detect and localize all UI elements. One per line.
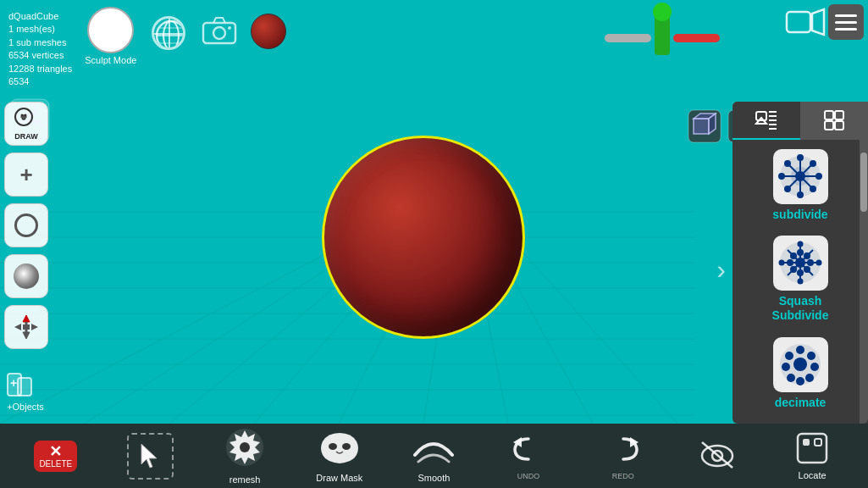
- svg-point-71: [798, 155, 803, 160]
- decimate-tool[interactable]: decimate: [737, 332, 864, 414]
- globe-icon: [152, 16, 185, 50]
- svg-point-88: [798, 270, 803, 275]
- svg-point-93: [804, 253, 810, 258]
- nav-arrow-right[interactable]: ›: [716, 254, 726, 286]
- svg-point-73: [779, 174, 784, 179]
- video-camera-button[interactable]: [785, 7, 826, 41]
- svg-marker-36: [23, 315, 30, 322]
- camera-icon: [202, 14, 237, 51]
- objects-button[interactable]: + +Objects: [4, 368, 47, 412]
- subdivide-icon: [773, 149, 828, 204]
- squash-subdivide-label: SquashSubdivide: [772, 294, 829, 323]
- material-preview[interactable]: [251, 14, 286, 49]
- sculpt-mode-button[interactable]: Sculpt Mode: [85, 7, 136, 65]
- camera-button[interactable]: [200, 14, 238, 52]
- svg-point-25: [228, 26, 231, 30]
- draw-tool-button[interactable]: DRAW: [4, 102, 48, 146]
- svg-point-89: [788, 260, 793, 265]
- svg-point-107: [785, 352, 793, 360]
- hide-show-icon: [697, 437, 738, 474]
- draw-mask-button[interactable]: Draw Mask: [310, 430, 369, 483]
- cursor-icon: [127, 433, 174, 480]
- svg-point-106: [782, 363, 790, 371]
- svg-point-115: [329, 443, 337, 450]
- delete-button[interactable]: ✕ DELETE: [26, 441, 86, 472]
- svg-rect-46: [694, 119, 709, 134]
- right-panel-tabs: [733, 102, 868, 140]
- gizmo-area: [605, 17, 720, 59]
- hide-show-button[interactable]: [688, 437, 747, 474]
- smooth-bottom-button[interactable]: Smooth: [404, 430, 463, 483]
- draw-tool-label: DRAW: [14, 132, 38, 141]
- svg-point-114: [240, 442, 250, 452]
- svg-point-35: [25, 114, 27, 117]
- svg-text:+: +: [10, 376, 17, 390]
- hamburger-menu[interactable]: [828, 4, 864, 40]
- redo-icon: [605, 432, 642, 469]
- smooth-bottom-label: Smooth: [417, 473, 450, 483]
- svg-point-79: [796, 172, 804, 180]
- svg-rect-39: [23, 324, 30, 330]
- cursor-button[interactable]: [120, 433, 180, 480]
- gizmo-pin-top: [653, 3, 672, 21]
- move-tool-button[interactable]: [4, 305, 48, 349]
- svg-point-104: [796, 377, 804, 385]
- redo-button[interactable]: REDO: [594, 432, 653, 480]
- remesh-button[interactable]: remesh: [215, 427, 274, 485]
- hamburger-line-1: [835, 14, 857, 17]
- svg-point-78: [785, 186, 790, 191]
- gradient-tool-button[interactable]: [4, 254, 48, 298]
- sculpt-mode-label: Sculpt Mode: [85, 55, 136, 65]
- top-toolbar: dQuadCube 1 mesh(es) 1 sub meshes 6534 v…: [0, 0, 868, 76]
- svg-marker-41: [31, 324, 38, 330]
- right-tab-tools[interactable]: [800, 102, 868, 140]
- objects-icon: +: [4, 368, 47, 402]
- right-panel-tools-list: subdivide: [733, 140, 868, 424]
- circle-tool-button[interactable]: [4, 203, 48, 247]
- squash-subdivide-tool[interactable]: SquashSubdivide: [737, 230, 864, 328]
- svg-rect-61: [825, 111, 833, 119]
- svg-point-76: [810, 186, 815, 191]
- svg-point-100: [796, 346, 804, 354]
- svg-point-116: [342, 443, 351, 450]
- circle-icon: [14, 214, 38, 237]
- remesh-icon: [224, 427, 265, 472]
- delete-btn-box: ✕ DELETE: [34, 441, 77, 472]
- undo-label: UNDO: [517, 472, 540, 480]
- svg-rect-43: [18, 378, 31, 396]
- delete-x-icon: ✕: [49, 444, 62, 459]
- svg-point-96: [798, 280, 802, 284]
- hamburger-line-2: [835, 21, 857, 24]
- objects-label: +Objects: [7, 402, 44, 412]
- locate-label: Locate: [799, 470, 827, 480]
- decimate-icon: [773, 337, 828, 392]
- undo-button[interactable]: UNDO: [499, 432, 558, 480]
- svg-point-87: [798, 250, 803, 255]
- subdivide-label: subdivide: [772, 208, 827, 221]
- scrollbar-thumb[interactable]: [860, 152, 867, 212]
- subdivide-tool[interactable]: subdivide: [737, 144, 864, 226]
- right-tab-view[interactable]: [733, 102, 800, 140]
- locate-button[interactable]: Locate: [782, 432, 842, 480]
- globe-button[interactable]: [149, 14, 187, 52]
- svg-point-108: [793, 358, 807, 371]
- svg-point-97: [779, 261, 783, 265]
- svg-point-77: [810, 161, 815, 166]
- undo-icon: [510, 432, 547, 469]
- svg-point-91: [791, 253, 796, 258]
- svg-marker-40: [14, 324, 21, 330]
- scrollbar-track[interactable]: [860, 140, 868, 424]
- svg-marker-111: [141, 444, 157, 468]
- svg-point-24: [213, 27, 225, 39]
- add-tool-button[interactable]: +: [4, 152, 48, 197]
- gizmo-left-arm: [605, 34, 651, 42]
- svg-point-74: [816, 174, 821, 179]
- svg-rect-63: [825, 121, 833, 130]
- add-icon: +: [19, 164, 32, 186]
- decimate-label: decimate: [775, 396, 827, 409]
- svg-point-90: [808, 260, 813, 265]
- hamburger-line-3: [835, 28, 857, 30]
- view-cube[interactable]: [687, 108, 722, 147]
- draw-mask-icon: [319, 430, 360, 470]
- svg-rect-62: [835, 111, 843, 119]
